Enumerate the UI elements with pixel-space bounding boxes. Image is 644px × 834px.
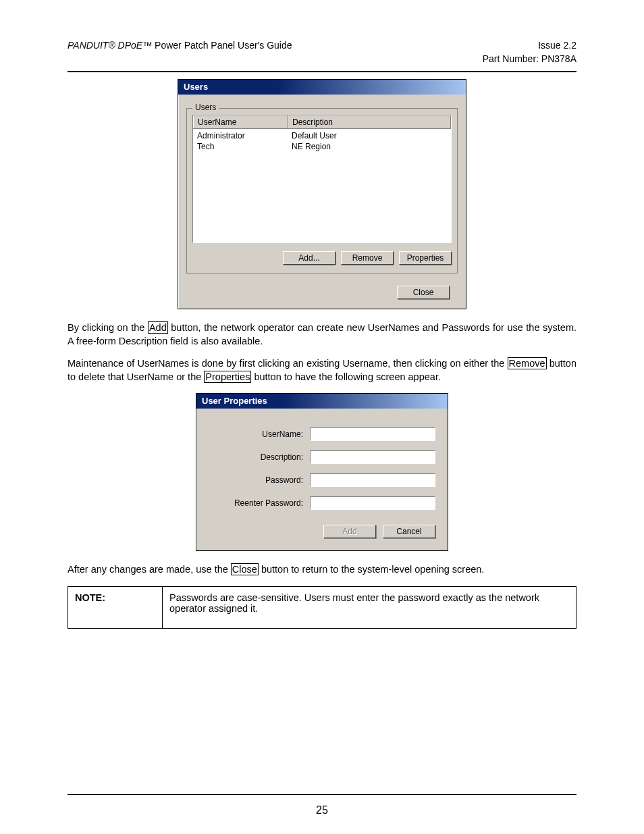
password-label: Password: bbox=[209, 475, 310, 485]
cell-username: Tech bbox=[197, 142, 292, 151]
issue-text: Issue 2.2 bbox=[483, 39, 576, 53]
props-add-button[interactable]: Add bbox=[323, 525, 376, 538]
users-window: Users Users UserName Description Adminis… bbox=[178, 79, 466, 309]
username-label: UserName: bbox=[209, 429, 310, 439]
part-number-text: Part Number: PN378A bbox=[483, 53, 576, 66]
paragraph-3: After any changes are made, use the Clos… bbox=[68, 563, 576, 577]
users-window-title: Users bbox=[178, 80, 466, 95]
cell-username: Administrator bbox=[197, 131, 292, 140]
boxed-add: Add bbox=[148, 321, 168, 334]
user-properties-title: User Properties bbox=[196, 394, 448, 409]
username-input[interactable] bbox=[310, 427, 435, 441]
properties-button[interactable]: Properties bbox=[399, 251, 452, 265]
boxed-properties: Properties bbox=[204, 371, 251, 383]
header-divider bbox=[68, 71, 576, 72]
props-cancel-button[interactable]: Cancel bbox=[383, 525, 435, 538]
users-groupbox: Users UserName Description Administrator… bbox=[186, 108, 458, 273]
reenter-password-input[interactable] bbox=[310, 496, 435, 510]
header-left: PANDUIT® DPoE™ Power Patch Panel User's … bbox=[68, 39, 292, 66]
note-label: NOTE: bbox=[68, 587, 163, 629]
col-username[interactable]: UserName bbox=[193, 115, 288, 128]
listview-header: UserName Description bbox=[193, 115, 451, 129]
users-groupbox-legend: Users bbox=[192, 103, 219, 112]
cell-description: NE Region bbox=[292, 142, 447, 151]
list-row[interactable]: Tech NE Region bbox=[193, 141, 451, 152]
close-button[interactable]: Close bbox=[397, 286, 450, 299]
user-properties-window: User Properties UserName: Description: P… bbox=[196, 393, 448, 551]
boxed-close: Close bbox=[231, 563, 259, 575]
boxed-remove: Remove bbox=[508, 357, 547, 369]
description-label: Description: bbox=[209, 452, 310, 462]
header-right: Issue 2.2 Part Number: PN378A bbox=[483, 39, 576, 66]
product-brand: PANDUIT® DPoE™ bbox=[68, 40, 152, 51]
reenter-password-label: Reenter Password: bbox=[209, 498, 310, 508]
password-input[interactable] bbox=[310, 473, 435, 487]
product-title-rest: Power Patch Panel User's Guide bbox=[152, 40, 292, 51]
list-row[interactable]: Administrator Default User bbox=[193, 130, 451, 141]
col-description[interactable]: Description bbox=[288, 115, 451, 128]
users-listview[interactable]: UserName Description Administrator Defau… bbox=[192, 115, 452, 243]
paragraph-2: Maintenance of UserNames is done by firs… bbox=[68, 357, 576, 384]
note-text: Passwords are case-sensitive. Users must… bbox=[163, 587, 576, 629]
cell-description: Default User bbox=[292, 131, 447, 140]
note-table: NOTE: Passwords are case-sensitive. User… bbox=[68, 586, 576, 629]
remove-button[interactable]: Remove bbox=[341, 251, 394, 265]
paragraph-1: By clicking on the Add button, the netwo… bbox=[68, 321, 576, 348]
page-number: 25 bbox=[0, 804, 644, 816]
add-button[interactable]: Add... bbox=[283, 251, 336, 265]
description-input[interactable] bbox=[310, 450, 435, 464]
footer-divider bbox=[68, 794, 576, 795]
